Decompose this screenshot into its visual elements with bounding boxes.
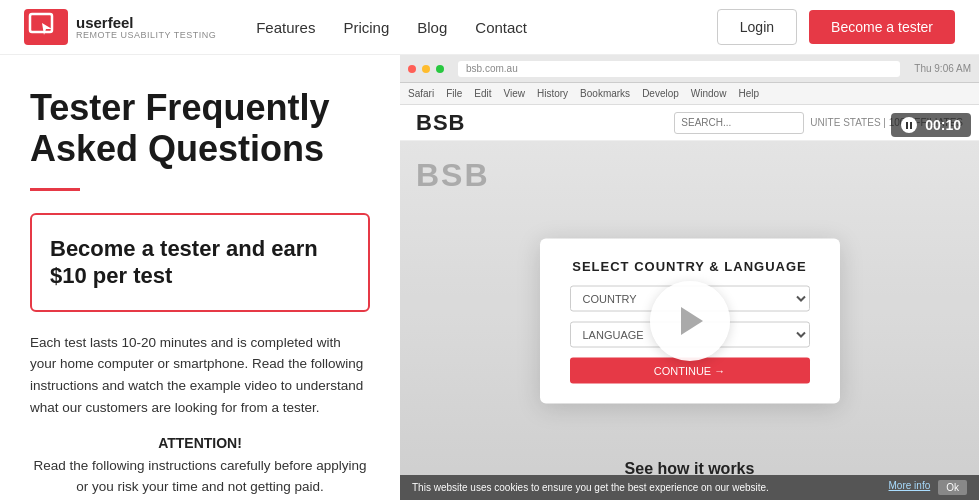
pause-bar-right <box>910 122 912 129</box>
cookie-text: This website uses cookies to ensure you … <box>412 482 769 493</box>
login-button[interactable]: Login <box>717 9 797 45</box>
faq-card-title: Become a tester and earn $10 per test <box>50 235 350 290</box>
browser-dot-red <box>408 65 416 73</box>
browser-time: Thu 9:06 AM <box>914 63 971 74</box>
attention-body: Read the following instructions carefull… <box>33 458 366 495</box>
browser-dot-yellow <box>422 65 430 73</box>
browser-address-bar[interactable]: bsb.com.au <box>458 61 900 77</box>
main-content: Tester Frequently Asked Questions Become… <box>0 55 979 500</box>
right-panel: bsb.com.au Thu 9:06 AM Safari File Edit … <box>400 55 979 500</box>
attention-block: ATTENTION! Read the following instructio… <box>30 432 370 498</box>
faq-card: Become a tester and earn $10 per test <box>30 213 370 312</box>
title-divider <box>30 188 80 191</box>
logo-icon <box>24 9 68 45</box>
browser-mockup: bsb.com.au Thu 9:06 AM Safari File Edit … <box>400 55 979 500</box>
site-search-input[interactable] <box>674 112 804 134</box>
nav-link-contact[interactable]: Contact <box>475 19 527 36</box>
cookie-more-info[interactable]: More info <box>889 480 931 495</box>
logo-subtext: REMOTE USABILITY TESTING <box>76 30 216 40</box>
cookie-notification: This website uses cookies to ensure you … <box>400 475 979 500</box>
menu-view[interactable]: View <box>503 88 525 99</box>
pause-button[interactable] <box>901 117 917 133</box>
select-card-title: SELECT COUNTRY & LANGUAGE <box>570 258 810 273</box>
browser-chrome-bar: bsb.com.au Thu 9:06 AM <box>400 55 979 83</box>
play-icon <box>681 307 703 335</box>
menu-develop[interactable]: Develop <box>642 88 679 99</box>
browser-dot-green <box>436 65 444 73</box>
menu-bookmarks[interactable]: Bookmarks <box>580 88 630 99</box>
menu-edit[interactable]: Edit <box>474 88 491 99</box>
browser-menu-bar: Safari File Edit View History Bookmarks … <box>400 83 979 105</box>
select-card-continue[interactable]: CONTINUE → <box>570 357 810 383</box>
menu-file[interactable]: File <box>446 88 462 99</box>
cookie-ok-button[interactable]: Ok <box>938 480 967 495</box>
logo[interactable]: userfeel REMOTE USABILITY TESTING <box>24 9 216 45</box>
attention-title: ATTENTION! <box>158 435 242 451</box>
nav-link-features[interactable]: Features <box>256 19 315 36</box>
pause-bar-left <box>906 122 908 129</box>
page-title: Tester Frequently Asked Questions <box>30 87 370 170</box>
site-logo: BSB <box>416 110 465 136</box>
logo-name: userfeel <box>76 15 216 30</box>
site-main-content: BSB SELECT COUNTRY & LANGUAGE COUNTRY LA… <box>400 141 979 500</box>
menu-safari[interactable]: Safari <box>408 88 434 99</box>
browser-content: 00:10 BSB UNITE STATES | 100 AFFILIATES … <box>400 105 979 500</box>
left-panel: Tester Frequently Asked Questions Become… <box>0 55 400 500</box>
menu-history[interactable]: History <box>537 88 568 99</box>
menu-help[interactable]: Help <box>738 88 759 99</box>
play-button-circle[interactable] <box>650 281 730 361</box>
video-timer: 00:10 <box>891 113 971 137</box>
timer-display: 00:10 <box>925 117 961 133</box>
faq-body: Each test lasts 10-20 minutes and is com… <box>30 332 370 418</box>
nav-link-blog[interactable]: Blog <box>417 19 447 36</box>
become-tester-button[interactable]: Become a tester <box>809 10 955 44</box>
nav-links: Features Pricing Blog Contact <box>256 19 717 36</box>
menu-window[interactable]: Window <box>691 88 727 99</box>
cookie-actions: More info Ok <box>889 480 967 495</box>
nav-link-pricing[interactable]: Pricing <box>343 19 389 36</box>
navigation: userfeel REMOTE USABILITY TESTING Featur… <box>0 0 979 55</box>
nav-actions: Login Become a tester <box>717 9 955 45</box>
